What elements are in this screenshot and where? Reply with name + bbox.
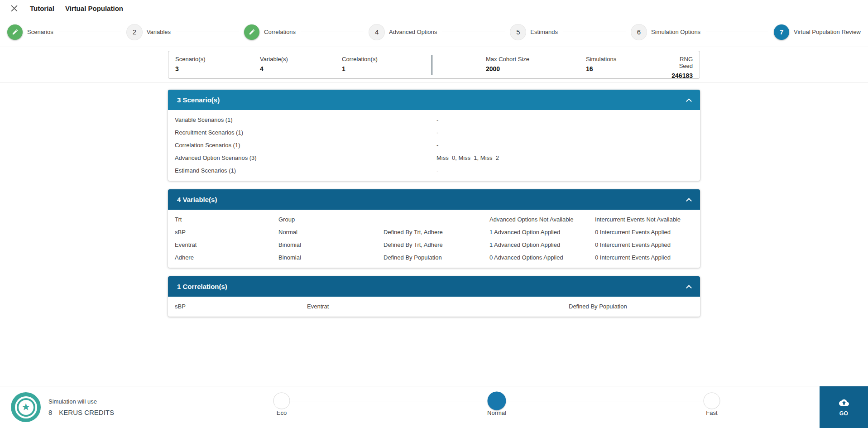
star-icon: ★ bbox=[21, 402, 30, 412]
row-label: Advanced Option Scenarios (3) bbox=[175, 154, 436, 161]
correlation-row: sBP Eventrat Defined By Population bbox=[168, 300, 700, 313]
cloud-upload-icon bbox=[839, 398, 849, 408]
speed-label-normal: Normal bbox=[487, 409, 506, 416]
row-label: Correlation Scenarios (1) bbox=[175, 142, 436, 149]
panel-correlations-body: sBP Eventrat Defined By Population bbox=[168, 297, 700, 317]
row-value: Miss_0, Miss_1, Miss_2 bbox=[436, 154, 700, 161]
pencil-icon bbox=[249, 29, 255, 35]
review-content: 3 Scenario(s) Variable Scenarios (1) - R… bbox=[0, 82, 868, 386]
summary-label: Max Cohort Size bbox=[486, 56, 586, 63]
variable-row: Trt Group Advanced Options Not Available… bbox=[168, 213, 700, 226]
step-virtual-population-review[interactable]: 7 Virtual Population Review bbox=[774, 24, 861, 40]
step-connector bbox=[59, 32, 121, 32]
panel-title: 1 Correlation(s) bbox=[177, 283, 227, 290]
step-simulation-options[interactable]: 6 Simulation Options bbox=[631, 24, 700, 40]
app-window: Tutorial Virtual Population Scenarios 2 … bbox=[0, 0, 868, 428]
row-value: - bbox=[436, 167, 700, 174]
kerus-credits-badge: ★ bbox=[11, 392, 41, 422]
step-label: Scenarios bbox=[27, 29, 53, 35]
step-advanced-options[interactable]: 4 Advanced Options bbox=[369, 24, 437, 40]
speed-stop-fast[interactable] bbox=[704, 393, 720, 409]
variable-advanced-options: 0 Advanced Options Applied bbox=[489, 254, 595, 261]
scenario-row: Variable Scenarios (1) - bbox=[168, 113, 700, 126]
step-connector bbox=[301, 32, 364, 32]
credits-value: 8 bbox=[48, 409, 52, 416]
correlation-var-1: sBP bbox=[175, 303, 307, 310]
summary-spacer bbox=[432, 51, 486, 78]
go-label: GO bbox=[839, 410, 849, 417]
chevron-up-icon bbox=[686, 98, 692, 104]
row-label: Variable Scenarios (1) bbox=[175, 116, 436, 123]
step-connector bbox=[442, 32, 505, 32]
speed-stop-normal[interactable] bbox=[488, 392, 506, 410]
step-label: Variables bbox=[147, 29, 171, 35]
variable-type: Group bbox=[278, 216, 384, 223]
step-number-circle: 6 bbox=[631, 24, 647, 40]
variable-type: Binomial bbox=[278, 241, 384, 248]
panel-variables-header[interactable]: 4 Variable(s) bbox=[168, 189, 700, 210]
variable-type: Binomial bbox=[278, 254, 384, 261]
wizard-stepper: Scenarios 2 Variables Correlations 4 Adv… bbox=[0, 17, 868, 47]
go-button[interactable]: GO bbox=[820, 386, 868, 428]
variable-advanced-options: 1 Advanced Option Applied bbox=[489, 229, 595, 236]
step-label: Estimands bbox=[530, 29, 558, 35]
titlebar: Tutorial Virtual Population bbox=[0, 0, 868, 17]
variable-row: sBP Normal Defined By Trt, Adhere 1 Adva… bbox=[168, 226, 700, 238]
app-title: Tutorial bbox=[30, 5, 54, 12]
variable-definition: Defined By Population bbox=[384, 254, 489, 261]
variable-intercurrent-events: 0 Intercurrent Events Applied bbox=[595, 229, 700, 236]
step-variables[interactable]: 2 Variables bbox=[127, 24, 171, 40]
pencil-icon bbox=[12, 29, 19, 35]
summary-value: 4 bbox=[260, 65, 342, 72]
correlation-var-2: Eventrat bbox=[307, 303, 569, 310]
summary-value: 1 bbox=[342, 65, 432, 72]
scenario-row: Recruitment Scenarios (1) - bbox=[168, 126, 700, 139]
step-correlations[interactable]: Correlations bbox=[244, 24, 296, 40]
variable-name: Eventrat bbox=[175, 241, 278, 248]
panel-title: 3 Scenario(s) bbox=[177, 96, 220, 104]
summary-label: Variable(s) bbox=[260, 56, 342, 63]
variable-name: Adhere bbox=[175, 254, 278, 261]
step-connector bbox=[176, 32, 239, 32]
step-estimands[interactable]: 5 Estimands bbox=[510, 24, 558, 40]
variable-name: sBP bbox=[175, 229, 278, 236]
variable-definition: Defined By Trt, Adhere bbox=[384, 241, 489, 248]
panel-title: 4 Variable(s) bbox=[177, 196, 217, 203]
close-icon[interactable] bbox=[8, 3, 20, 14]
summary-correlations: Correlation(s) 1 bbox=[342, 51, 432, 78]
summary-value: 246183 bbox=[667, 72, 693, 79]
step-completed-circle bbox=[7, 24, 23, 40]
variable-intercurrent-events: 0 Intercurrent Events Applied bbox=[595, 241, 700, 248]
summary-rng-seed: RNG Seed 246183 bbox=[667, 51, 693, 78]
correlation-definition: Defined By Population bbox=[569, 303, 700, 310]
summary-label: Correlation(s) bbox=[342, 56, 432, 63]
row-label: Estimand Scenarios (1) bbox=[175, 167, 436, 174]
step-number-circle: 5 bbox=[510, 24, 526, 40]
summary-label: Scenario(s) bbox=[175, 56, 260, 63]
summary-simulations: Simulations 16 bbox=[586, 51, 667, 78]
step-connector bbox=[706, 32, 768, 32]
summary-scenarios: Scenario(s) 3 bbox=[175, 51, 260, 78]
variable-intercurrent-events: 0 Intercurrent Events Applied bbox=[595, 254, 700, 261]
chevron-up-icon bbox=[686, 285, 692, 291]
summary-label: Simulations bbox=[586, 56, 667, 63]
variable-type: Normal bbox=[278, 229, 384, 236]
variable-row: Eventrat Binomial Defined By Trt, Adhere… bbox=[168, 238, 700, 251]
panel-correlations-header[interactable]: 1 Correlation(s) bbox=[168, 276, 700, 297]
credits-info: Simulation will use 8 KERUS CREDITS bbox=[48, 398, 114, 416]
step-scenarios[interactable]: Scenarios bbox=[7, 24, 53, 40]
speed-stop-eco[interactable] bbox=[273, 393, 290, 409]
panel-scenarios-header[interactable]: 3 Scenario(s) bbox=[168, 90, 700, 110]
summary-value: 2000 bbox=[486, 65, 586, 72]
badge-inner-ring: ★ bbox=[17, 398, 35, 417]
panel-correlations: 1 Correlation(s) sBP Eventrat Defined By… bbox=[168, 276, 700, 317]
variable-advanced-options: 1 Advanced Option Applied bbox=[489, 241, 595, 248]
summary-value: 3 bbox=[175, 65, 260, 72]
summary-label: RNG Seed bbox=[667, 56, 693, 69]
speed-label-fast: Fast bbox=[706, 409, 717, 416]
summary-card: Scenario(s) 3 Variable(s) 4 Correlation(… bbox=[168, 51, 700, 79]
panel-scenarios: 3 Scenario(s) Variable Scenarios (1) - R… bbox=[168, 90, 700, 181]
chevron-up-icon bbox=[686, 198, 692, 204]
step-number-circle: 2 bbox=[127, 24, 142, 40]
step-label: Advanced Options bbox=[389, 29, 437, 35]
